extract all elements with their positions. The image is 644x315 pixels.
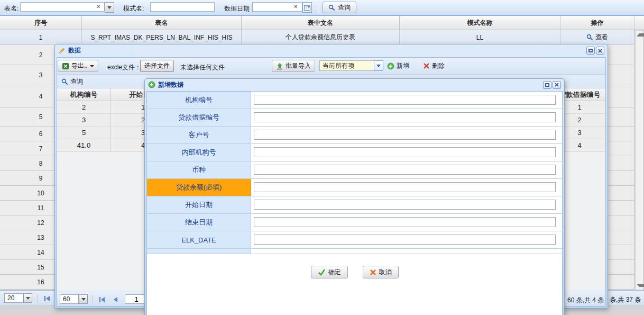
choose-file-button[interactable]: 选择文件 (140, 60, 174, 72)
form-row: 机构编号 (147, 92, 562, 109)
pager-separator (92, 295, 93, 303)
form-row: ELK_DATE (147, 231, 562, 249)
col-org-no[interactable]: 机构编号 (57, 88, 111, 101)
header-seq[interactable]: 序号 (0, 16, 82, 30)
form-row: 币种 (147, 161, 562, 179)
search-icon (328, 4, 335, 11)
main-toolbar: 表名: × 模式名: 数据日期 : × 查询 (0, 0, 644, 16)
page-size-combo[interactable]: 20 (4, 293, 23, 303)
cancel-button[interactable]: 取消 (363, 266, 399, 278)
field-input[interactable] (254, 147, 556, 157)
no-file-text: 未选择任何文件 (180, 63, 225, 72)
form-row: 内部机构号 (147, 144, 562, 161)
plus-circle-icon (387, 62, 394, 70)
data-query-button[interactable]: 查询 (61, 77, 83, 86)
field-input[interactable] (254, 130, 556, 140)
field-input[interactable] (254, 235, 556, 245)
table-row-selected[interactable]: 1 S_RPT_IMAS_DK_PERS_LN_BAL_INF_HIS_HIS … (0, 30, 634, 45)
calendar-icon[interactable] (302, 2, 312, 13)
header-schema[interactable]: 模式名称 (400, 16, 560, 30)
query-button[interactable]: 查询 (323, 2, 356, 13)
field-input[interactable] (254, 200, 556, 210)
field-input[interactable] (254, 95, 556, 105)
red-x-icon (423, 62, 430, 69)
field-input[interactable] (254, 165, 556, 175)
clear-icon[interactable]: × (294, 4, 297, 10)
data-window-titlebar[interactable]: 数据 (55, 44, 608, 57)
excel-file-label: excle文件： (107, 63, 141, 72)
delete-button[interactable]: 删除 (423, 61, 445, 70)
search-icon (61, 78, 68, 85)
field-label: 币种 (147, 161, 251, 178)
header-name[interactable]: 表名 (82, 16, 242, 30)
toolbar-separator (318, 3, 319, 12)
form-row: 开始日期 (147, 196, 562, 214)
row-view-link[interactable]: 查看 (560, 30, 634, 44)
field-label: ELK_DATE (147, 231, 251, 248)
data-page-size-combo[interactable]: 60 (60, 294, 79, 304)
orange-x-icon (370, 269, 376, 276)
field-label: 客户号 (147, 127, 251, 143)
calendar-glyph (304, 4, 310, 11)
header-cnname[interactable]: 表中文名 (242, 16, 400, 30)
field-label: 内部机构号 (147, 144, 251, 161)
scroll-up-icon[interactable] (637, 33, 644, 37)
close-icon[interactable] (553, 81, 561, 89)
field-label: 机构编号 (147, 92, 251, 109)
field-input[interactable] (254, 112, 556, 122)
scroll-down-icon[interactable] (637, 284, 644, 287)
pager-separator (37, 294, 38, 302)
table-name-label: 表名: (4, 4, 19, 13)
add-data-window: 新增数据 机构编号 贷款借据编号 客户号 内部机构号 币种 贷款余额(必填 (144, 78, 565, 315)
vertical-scrollbar[interactable] (635, 30, 643, 290)
table-name-combo-input[interactable] (20, 2, 105, 12)
field-label: 贷款借据编号 (147, 109, 251, 126)
export-button[interactable]: 导出.. (58, 60, 98, 72)
data-toolbar: 导出.. excle文件： 选择文件 未选择任何文件 批量导入 当前所有项 (57, 58, 605, 75)
data-window-title: 数据 (68, 46, 81, 55)
ok-button[interactable]: 确定 (311, 266, 348, 278)
form-row: 结束日期 (147, 214, 562, 231)
schema-label: 模式名: (123, 4, 144, 13)
main-table-header: 序号 表名 表中文名 模式名称 操作 (0, 16, 644, 30)
prev-page-icon[interactable] (112, 296, 118, 303)
date-label: 数据日期 : (224, 4, 253, 13)
page-size-trigger[interactable] (23, 293, 32, 303)
add-form: 机构编号 贷款借据编号 客户号 内部机构号 币种 贷款余额(必填) 开始日期 结… (147, 92, 562, 249)
header-action[interactable]: 操作 (560, 16, 634, 30)
field-label: 贷款余额(必填) (147, 179, 251, 196)
plus-circle-icon (148, 81, 155, 88)
field-label: 开始日期 (147, 196, 251, 213)
data-page-size-trigger[interactable] (79, 294, 88, 304)
first-page-icon[interactable] (43, 295, 51, 302)
data-pager-status: 60 条,共 4 条 (567, 296, 604, 305)
scope-combo-trigger[interactable] (374, 60, 383, 71)
dialog-buttons: 确定 取消 (147, 266, 562, 278)
field-input[interactable] (254, 217, 556, 227)
excel-icon (62, 62, 69, 70)
maximize-icon[interactable] (543, 81, 551, 89)
add-button[interactable]: 新增 (387, 61, 409, 70)
form-row: 贷款借据编号 (147, 109, 562, 127)
form-row-partial (147, 249, 562, 254)
schema-input[interactable] (150, 2, 215, 12)
search-icon (586, 34, 593, 41)
maximize-icon[interactable] (586, 47, 595, 55)
form-row: 贷款余额(必填) (147, 179, 562, 196)
field-input[interactable] (254, 182, 556, 192)
main-pager-status: 条,共 37 条 (610, 295, 641, 304)
add-window-titlebar[interactable]: 新增数据 (145, 79, 564, 91)
scope-combo[interactable]: 当前所有项 (319, 60, 374, 71)
form-row: 客户号 (147, 127, 562, 144)
clear-icon[interactable]: × (97, 4, 100, 10)
batch-import-button[interactable]: 批量导入 (272, 60, 315, 72)
check-icon (318, 269, 326, 276)
field-label: 结束日期 (147, 214, 251, 231)
add-window-title: 新增数据 (158, 80, 183, 89)
pencil-icon (58, 47, 66, 55)
chevron-down-icon (90, 65, 94, 67)
first-page-icon[interactable] (98, 296, 106, 303)
table-name-combo-trigger[interactable] (105, 2, 114, 13)
upload-icon (276, 62, 283, 70)
close-icon[interactable] (596, 47, 604, 55)
